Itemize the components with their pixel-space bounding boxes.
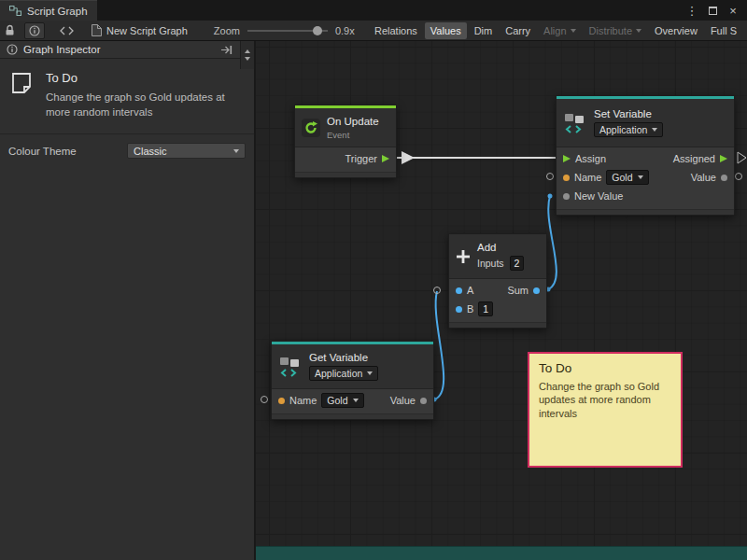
node-subtitle: Event [327, 130, 379, 140]
variable-name-dropdown[interactable]: Gold [321, 393, 363, 408]
node-title: Add [477, 242, 524, 253]
values-button[interactable]: Values [425, 22, 467, 39]
zoom-slider[interactable] [247, 30, 328, 32]
graph-toolbar: New Script Graph Zoom 0.9x Relations Val… [0, 21, 747, 41]
trigger-port-label: Trigger [345, 153, 377, 164]
kebab-menu-icon[interactable]: ⋮ [684, 2, 700, 19]
port-connector[interactable] [736, 174, 742, 180]
string-port-icon[interactable] [563, 175, 570, 181]
inspector-todo-section: To Do Change the graph so Gold updates a… [0, 59, 254, 134]
script-asset-icon [91, 24, 102, 36]
assign-port-label: Assign [575, 153, 606, 164]
close-icon[interactable]: × [725, 2, 741, 19]
new-value-input-port[interactable] [563, 193, 570, 200]
sum-output-port[interactable] [533, 287, 540, 294]
node-on-update[interactable]: On Update Event Trigger [294, 105, 397, 178]
value-output-port[interactable] [721, 175, 727, 181]
node-add[interactable]: Add Inputs 2 A Sum B [448, 233, 547, 329]
wire-endpoint [548, 194, 553, 199]
node-footer [557, 209, 734, 215]
node-footer [272, 413, 433, 419]
colour-theme-row: Colour Theme Classic [0, 134, 254, 167]
name-port-label: Name [289, 395, 317, 406]
sticky-note-title: To Do [539, 361, 671, 375]
fullscreen-button[interactable]: Full S [705, 22, 742, 39]
inspector-toggle-button[interactable] [24, 22, 45, 39]
port-connector[interactable] [261, 397, 268, 403]
inspector-title: Graph Inspector [23, 44, 100, 55]
port-connector[interactable] [547, 174, 554, 180]
graph-canvas[interactable]: On Update Event Trigger [256, 41, 747, 560]
zoom-label: Zoom [214, 25, 240, 36]
b-input-port[interactable] [456, 306, 462, 313]
sticky-note[interactable]: To Do Change the graph so Gold updates a… [528, 352, 683, 468]
flow-input-port[interactable] [563, 155, 571, 162]
maximize-icon[interactable] [704, 2, 721, 19]
node-footer [449, 322, 546, 328]
value-output-port[interactable] [420, 398, 427, 404]
inspector-header: Graph Inspector [0, 41, 254, 59]
variable-scope-dropdown[interactable]: Application [309, 366, 378, 381]
chevron-down-icon [245, 57, 250, 61]
info-icon [29, 25, 40, 36]
a-port-label: A [467, 285, 473, 296]
variable-icon [563, 113, 587, 133]
value-wire-getvariable-to-add[interactable] [434, 291, 444, 399]
distribute-button[interactable]: Distribute [584, 22, 647, 39]
on-update-icon [302, 119, 320, 137]
toolbar-buttons: Relations Values Dim Carry Align Distrib… [369, 22, 742, 39]
flow-output-port[interactable] [720, 155, 727, 162]
variable-scope-dropdown[interactable]: Application [594, 122, 663, 137]
node-set-variable[interactable]: Set Variable Application Assign Assigned [556, 95, 735, 216]
sticky-note-text: Change the graph so Gold updates at more… [539, 380, 671, 420]
node-title: Set Variable [594, 108, 663, 119]
colour-theme-dropdown[interactable]: Classic [127, 143, 246, 159]
info-icon [7, 44, 18, 55]
colour-theme-value: Classic [134, 146, 166, 157]
inputs-label: Inputs [477, 258, 504, 269]
node-get-variable[interactable]: Get Variable Application Name Gold [271, 341, 434, 420]
relations-button[interactable]: Relations [369, 22, 423, 39]
b-value-field[interactable]: 1 [478, 301, 493, 316]
titlebar-controls: ⋮ × [684, 0, 747, 21]
carry-button[interactable]: Carry [500, 22, 536, 39]
graph-asset[interactable]: New Script Graph [91, 24, 188, 36]
chevron-down-icon [353, 399, 359, 402]
assigned-port-label: Assigned [673, 153, 715, 164]
colour-theme-label: Colour Theme [8, 146, 77, 157]
sum-port-label: Sum [507, 285, 529, 296]
todo-title: To Do [46, 71, 237, 85]
flow-output-port[interactable] [382, 155, 389, 162]
string-port-icon[interactable] [278, 398, 285, 404]
value-port-label: Value [390, 395, 416, 406]
new-value-port-label: New Value [574, 190, 623, 202]
graph-asset-name: New Script Graph [106, 25, 188, 36]
plus-icon [456, 249, 471, 264]
unity-window: Script Graph ⋮ × [0, 0, 747, 560]
script-graph-tab-icon [9, 6, 21, 16]
chevron-down-icon [636, 29, 641, 33]
zoom-value: 0.9x [335, 25, 355, 36]
code-preview-icon[interactable] [60, 26, 74, 35]
chevron-down-icon [571, 29, 576, 33]
node-footer [295, 172, 396, 177]
align-button[interactable]: Align [538, 22, 581, 39]
chevron-down-icon [638, 175, 643, 179]
sticky-note-icon [9, 71, 34, 95]
tab-script-graph[interactable]: Script Graph [0, 0, 97, 21]
panel-stepper[interactable] [240, 41, 254, 69]
dim-button[interactable]: Dim [469, 22, 499, 39]
lock-icon[interactable] [5, 24, 15, 36]
chevron-down-icon [367, 371, 373, 375]
inputs-count[interactable]: 2 [510, 256, 525, 271]
variable-name-dropdown[interactable]: Gold [606, 170, 648, 185]
name-port-label: Name [574, 172, 601, 183]
a-input-port[interactable] [456, 287, 462, 294]
b-port-label: B [467, 303, 473, 315]
node-title: Get Variable [309, 352, 378, 363]
chevron-down-icon [652, 128, 657, 132]
zoom-slider-handle[interactable] [313, 26, 322, 35]
todo-texts: To Do Change the graph so Gold updates a… [46, 71, 237, 119]
titlebar: Script Graph ⋮ × [0, 0, 747, 21]
overview-button[interactable]: Overview [649, 22, 703, 39]
